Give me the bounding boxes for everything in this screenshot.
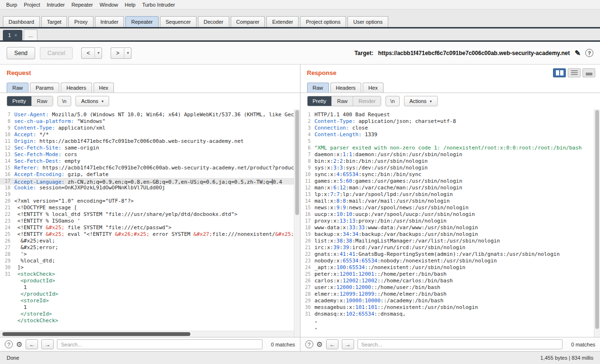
- search-settings-gear-icon[interactable]: ⚙: [317, 340, 323, 349]
- next-match-button[interactable]: →: [342, 339, 354, 349]
- menu-item-burp[interactable]: Burp: [3, 0, 20, 9]
- scrollbar-thumb[interactable]: [295, 110, 299, 215]
- scrollbar-thumb[interactable]: [2, 332, 190, 336]
- res-view-raw[interactable]: Raw: [332, 96, 353, 106]
- scrollbar-thumb[interactable]: [595, 110, 599, 329]
- code-line: 29academy:x:10000:10000::/academy:/bin/b…: [300, 298, 600, 304]
- code-line: 21irc:x:39:39:ircd:/var/run/ircd:/usr/sb…: [300, 244, 600, 251]
- prev-match-button[interactable]: ←: [26, 339, 38, 349]
- menu-item-turbo-intruder[interactable]: Turbo Intruder: [139, 0, 178, 9]
- code-line: 15Referer: https://acbb1f471ebcf6c7c091b…: [0, 165, 300, 171]
- search-help-icon[interactable]: ?: [305, 340, 313, 348]
- response-vertical-scrollbar[interactable]: [594, 109, 600, 337]
- request-actions-button[interactable]: Actions ▾: [75, 96, 109, 106]
- search-settings-gear-icon[interactable]: ⚙: [16, 340, 22, 349]
- line-number: 3: [300, 125, 315, 131]
- res-tab-headers[interactable]: Headers: [330, 83, 362, 93]
- line-number: 19: [300, 231, 315, 238]
- line-number: 25: [300, 271, 315, 278]
- res-tab-hex[interactable]: Hex: [363, 83, 384, 93]
- request-title: Request: [7, 69, 31, 76]
- request-editor[interactable]: 7User-Agent: Mozilla/5.0 (Windows NT 10.…: [0, 109, 300, 337]
- req-tab-raw[interactable]: Raw: [7, 83, 28, 93]
- line-number: [300, 324, 315, 331]
- menu-item-project[interactable]: Project: [20, 0, 43, 9]
- history-back-button[interactable]: <: [81, 47, 95, 59]
- code-line: 22 <!ENTITY % local_dtd SYSTEM "file:///…: [0, 211, 300, 218]
- res-view-render[interactable]: Render: [353, 96, 381, 106]
- main-tab-sequencer[interactable]: Sequencer: [160, 16, 197, 27]
- help-icon[interactable]: ?: [585, 49, 593, 57]
- code-line: 9Content-Type: application/xml: [0, 125, 300, 131]
- res-view-pretty[interactable]: Pretty: [308, 96, 332, 106]
- menu-item-window[interactable]: Window: [96, 0, 122, 9]
- menu-item-help[interactable]: Help: [122, 0, 139, 9]
- repeater-tab-overflow[interactable]: ...: [24, 29, 38, 40]
- history-back-dropdown-icon[interactable]: ▾: [95, 47, 102, 59]
- main-tab-repeater[interactable]: Repeater: [125, 16, 158, 27]
- response-actions-button[interactable]: Actions ▾: [404, 96, 438, 106]
- main-tab-extender[interactable]: Extender: [266, 16, 299, 27]
- repeater-tab-label: 1: [8, 32, 11, 38]
- req-tab-hex[interactable]: Hex: [94, 83, 114, 93]
- line-number: 25: [0, 231, 14, 238]
- line-number: [0, 317, 14, 324]
- menu-item-intruder[interactable]: Intruder: [44, 0, 68, 9]
- layout-single-button[interactable]: [582, 68, 595, 77]
- code-line: 10sync:x:4:65534:sync:/bin:/bin/sync: [300, 171, 600, 178]
- req-view-pretty[interactable]: Pretty: [7, 96, 32, 106]
- line-number: 16: [0, 171, 14, 178]
- code-line: 1: [0, 304, 300, 311]
- main-tab-decoder[interactable]: Decoder: [198, 16, 229, 27]
- code-line: 11Origin: https://acbb1f471ebcf6c7c091be…: [0, 138, 300, 145]
- res-tab-raw[interactable]: Raw: [307, 83, 329, 93]
- main-tab-proxy[interactable]: Proxy: [68, 16, 93, 27]
- request-newline-button[interactable]: \n: [57, 96, 71, 106]
- main-tab-dashboard[interactable]: Dashboard: [3, 16, 40, 27]
- main-tab-user-options[interactable]: User options: [347, 16, 388, 27]
- main-tab-target[interactable]: Target: [41, 16, 67, 27]
- line-number: 29: [300, 298, 315, 304]
- search-input[interactable]: [357, 339, 562, 349]
- prev-match-button[interactable]: ←: [326, 339, 338, 349]
- req-tab-params[interactable]: Params: [30, 83, 59, 93]
- main-tab-comparer[interactable]: Comparer: [231, 16, 265, 27]
- request-vertical-scrollbar[interactable]: [294, 109, 300, 337]
- code-line: 16Accept-Encoding: gzip, deflate: [0, 171, 300, 178]
- main-tab-intruder[interactable]: Intruder: [95, 16, 124, 27]
- layout-columns-button[interactable]: [553, 68, 566, 77]
- req-tab-headers[interactable]: Headers: [61, 83, 92, 93]
- line-number: 5: [300, 138, 315, 145]
- search-input[interactable]: [57, 339, 262, 349]
- line-number: 7: [0, 112, 14, 118]
- response-newline-button[interactable]: \n: [385, 96, 399, 106]
- request-horizontal-scrollbar[interactable]: [0, 331, 294, 337]
- line-number: [0, 298, 14, 304]
- req-view-raw[interactable]: Raw: [32, 96, 53, 106]
- code-line: 7User-Agent: Mozilla/5.0 (Windows NT 10.…: [0, 112, 300, 118]
- line-number: 22: [300, 251, 315, 258]
- history-forward-dropdown-icon[interactable]: ▾: [124, 47, 131, 59]
- repeater-tab-1[interactable]: 1 ×: [3, 30, 22, 40]
- editor-split: Request RawParamsHeadersHex PrettyRaw \n…: [0, 65, 600, 351]
- main-tab-project-options[interactable]: Project options: [300, 16, 346, 27]
- edit-target-pencil-icon[interactable]: ✎: [574, 49, 581, 57]
- chevron-down-icon: ▾: [430, 99, 432, 103]
- line-number: 15: [300, 205, 315, 211]
- code-line: 18www-data:x:33:33:www-data:/var/www:/us…: [300, 224, 600, 231]
- response-panel: Response RawHeadersHex PrettyRawRender \…: [300, 65, 600, 351]
- line-number: 28: [0, 251, 14, 258]
- menu-item-repeater[interactable]: Repeater: [68, 0, 96, 9]
- layout-rows-button[interactable]: [568, 68, 581, 77]
- next-match-button[interactable]: →: [41, 339, 54, 349]
- chevron-down-icon: ▾: [102, 99, 103, 103]
- line-number: 26: [300, 278, 315, 284]
- tab-close-icon[interactable]: ×: [14, 33, 17, 38]
- send-button[interactable]: Send: [7, 47, 35, 59]
- cancel-button[interactable]: Cancel: [40, 47, 73, 59]
- response-editor[interactable]: 1HTTP/1.1 400 Bad Request2Content-Type: …: [300, 109, 600, 337]
- text-cursor: [272, 179, 272, 185]
- history-forward-button[interactable]: >: [111, 47, 124, 59]
- search-help-icon[interactable]: ?: [5, 340, 13, 348]
- line-number: 13: [0, 151, 14, 158]
